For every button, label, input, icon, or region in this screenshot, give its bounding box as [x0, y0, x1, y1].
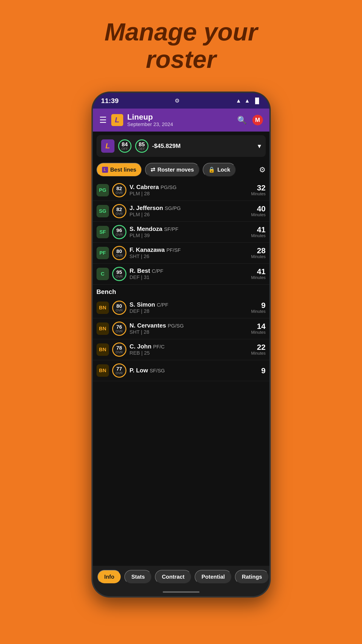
best-lines-button[interactable]: L Best lines: [96, 163, 142, 177]
player-info-0: V. Cabrera PG/SG PLM | 28: [130, 184, 248, 197]
player-info-1: J. Jefferson SG/PG PLM | 26: [130, 204, 248, 218]
team-summary[interactable]: L 84 OFF 85 DEF -$45.829M ▾: [96, 135, 266, 157]
header-title: Lineup: [127, 112, 237, 122]
player-info-4: R. Best C/PF DEF | 31: [130, 267, 248, 280]
player-row[interactable]: BN 76 OVR N. Cervantes PG/SG SHT | 28 14…: [93, 318, 269, 339]
ovr-circle-1: 82 OVR: [112, 204, 126, 218]
ovr-circle-2: 96 OVR: [112, 225, 126, 239]
team-budget: -$45.829M: [152, 142, 254, 150]
position-badge-pg: PG: [96, 184, 109, 196]
ovr-circle-bn2: 78 OVR: [112, 342, 126, 357]
profile-badge[interactable]: M: [252, 115, 263, 125]
player-info-bn1: N. Cervantes PG/SG SHT | 28: [130, 322, 248, 335]
player-minutes-3: 28 Minutes: [251, 246, 266, 259]
player-info-bn3: P. Low SF/SG: [130, 367, 258, 374]
phone-frame: 11:39 ⚙ ▲ ▲ ▐▌ ☰ L Lineup September 23, …: [91, 92, 271, 598]
battery-icon: ▐▌: [253, 98, 261, 104]
player-minutes-1: 40 Minutes: [251, 205, 266, 217]
settings-icon: ⚙: [175, 98, 180, 104]
def-rating-label: DEF: [139, 147, 145, 150]
bottom-tabs: Info Stats Contract Potential Ratings: [93, 566, 269, 588]
tab-potential[interactable]: Potential: [195, 570, 232, 584]
hamburger-icon[interactable]: ☰: [99, 115, 107, 125]
header-actions: 🔍 M: [237, 115, 263, 125]
player-row[interactable]: SF 96 OVR S. Mendoza SF/PF PLM | 39 41 M…: [93, 222, 269, 243]
player-minutes-2: 41 Minutes: [251, 226, 266, 238]
player-row[interactable]: C 95 OVR R. Best C/PF DEF | 31 41 Minute…: [93, 264, 269, 284]
search-icon[interactable]: 🔍: [237, 116, 247, 125]
ovr-circle-4: 95 OVR: [112, 267, 126, 281]
ovr-circle-bn0: 80 OVR: [112, 300, 126, 315]
header-title-block: Lineup September 23, 2024: [127, 112, 237, 128]
position-badge-c: C: [96, 268, 109, 280]
player-row[interactable]: PF 80 OVR F. Kanazawa PF/SF SHT | 26 28 …: [93, 243, 269, 264]
tab-info[interactable]: Info: [97, 570, 121, 584]
team-logo-header: L: [111, 114, 123, 126]
player-info-3: F. Kanazawa PF/SF SHT | 26: [130, 246, 248, 260]
off-rating-number: 84: [122, 142, 128, 147]
player-minutes-0: 32 Minutes: [251, 184, 266, 196]
player-minutes-bn2: 22 Minutes: [251, 343, 266, 356]
header-subtitle: September 23, 2024: [127, 122, 237, 128]
tab-contract[interactable]: Contract: [155, 570, 191, 584]
player-minutes-bn1: 14 Minutes: [251, 322, 266, 335]
def-rating-number: 85: [139, 142, 145, 147]
bench-label: Bench: [93, 284, 269, 298]
page-title: Manage your roster: [104, 18, 257, 73]
ovr-circle-bn1: 76 OVR: [112, 322, 126, 336]
main-content: L 84 OFF 85 DEF -$45.829M ▾ L Best lines…: [93, 132, 269, 566]
position-badge-bn0: BN: [96, 302, 109, 314]
home-bar: [163, 591, 200, 593]
wifi-icon: ▲: [236, 98, 241, 104]
player-minutes-4: 41 Minutes: [251, 268, 266, 280]
player-row[interactable]: PG 82 OVR V. Cabrera PG/SG PLM | 28 32 M…: [93, 180, 269, 201]
player-row[interactable]: SG 82 OVR J. Jefferson SG/PG PLM | 26 40…: [93, 201, 269, 222]
app-header: ☰ L Lineup September 23, 2024 🔍 M: [93, 108, 269, 132]
ovr-circle-3: 80 OVR: [112, 246, 126, 260]
roster-moves-button[interactable]: ⇄ Roster moves: [145, 163, 200, 177]
status-time: 11:39: [101, 97, 119, 105]
player-info-2: S. Mendoza SF/PF PLM | 39: [130, 226, 248, 238]
position-badge-pf: PF: [96, 247, 109, 259]
tab-ratings[interactable]: Ratings: [235, 570, 269, 584]
player-row[interactable]: BN 80 OVR S. Simon C/PF DEF | 28 9 Minut…: [93, 298, 269, 318]
chevron-down-icon[interactable]: ▾: [258, 142, 261, 150]
ovr-circle-bn3: 77 OVR: [112, 364, 126, 378]
team-logo-small: L: [101, 140, 114, 153]
status-bar: 11:39 ⚙ ▲ ▲ ▐▌: [93, 93, 269, 108]
tab-stats[interactable]: Stats: [124, 570, 152, 584]
position-badge-bn3: BN: [96, 364, 109, 377]
lock-button[interactable]: 🔒 Lock: [203, 163, 236, 177]
player-minutes-bn0: 9 Minutes: [251, 301, 266, 314]
status-icons: ▲ ▲ ▐▌: [236, 98, 261, 104]
signal-icon: ▲: [245, 98, 250, 104]
off-rating-circle: 84 OFF: [118, 140, 131, 153]
player-row[interactable]: BN 77 OVR P. Low SF/SG 9: [93, 360, 269, 381]
position-badge-bn2: BN: [96, 344, 109, 356]
settings-gear-icon[interactable]: ⚙: [259, 165, 266, 174]
roster-list: PG 82 OVR V. Cabrera PG/SG PLM | 28 32 M…: [93, 180, 269, 566]
player-minutes-bn3: 9: [261, 366, 266, 374]
position-badge-bn1: BN: [96, 322, 109, 335]
player-info-bn2: C. John PF/C REB | 25: [130, 343, 248, 356]
player-info-bn0: S. Simon C/PF DEF | 28: [130, 301, 248, 314]
ovr-circle-0: 82 OVR: [112, 183, 126, 197]
off-rating-label: OFF: [122, 147, 128, 150]
player-row[interactable]: BN 78 OVR C. John PF/C REB | 25 22 Minut…: [93, 339, 269, 360]
home-indicator: [93, 588, 269, 596]
def-rating-circle: 85 DEF: [135, 140, 148, 153]
action-bar: L Best lines ⇄ Roster moves 🔒 Lock ⚙: [93, 160, 269, 180]
position-badge-sf: SF: [96, 226, 109, 238]
position-badge-sg: SG: [96, 205, 109, 217]
